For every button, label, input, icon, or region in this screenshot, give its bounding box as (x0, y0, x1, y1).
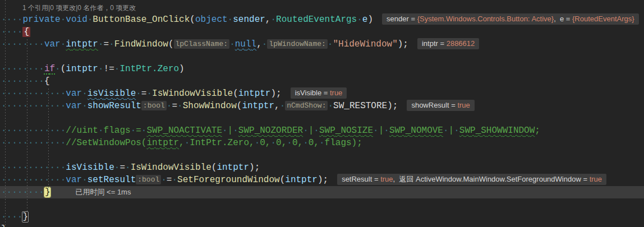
whitespace-dot: · (12, 27, 17, 37)
debug-value: true (380, 175, 393, 183)
code-token: } (1, 224, 7, 227)
leading-whitespace: ············ (1, 101, 66, 111)
whitespace-dot: · (1, 76, 7, 86)
whitespace-dot: · (167, 101, 172, 111)
code-line[interactable]: ····{ (0, 26, 644, 38)
whitespace-dot: · (82, 101, 88, 111)
whitespace-dot: · (17, 126, 23, 136)
code-line[interactable]: ········}已用时间 <= 1ms (0, 186, 644, 198)
code-token: · (82, 175, 88, 185)
code-token: SWP_NOSIZE (319, 126, 373, 136)
code-token: ) (179, 64, 185, 74)
code-line[interactable]: ············var·setResult:bool·=·SetFore… (0, 174, 644, 186)
code-line[interactable]: ········{ (0, 75, 644, 87)
code-token: ( (280, 175, 286, 185)
whitespace-dot: · (55, 64, 61, 74)
code-token: //SetWindowPos( (66, 138, 146, 148)
code-token: ·|· (222, 126, 238, 136)
code-token: ,· (265, 15, 276, 25)
blank-line[interactable] (0, 50, 644, 63)
whitespace-dot: · (1, 138, 7, 148)
whitespace-dot: · (22, 126, 28, 136)
code-line[interactable]: ············isVisible·=·IsWindowVisible(… (0, 161, 644, 174)
code-token: IsWindowVisible (152, 89, 233, 99)
perf-tip[interactable]: 已用时间 <= 1ms (75, 186, 131, 198)
code-line[interactable]: ········if·(intptr·!=·IntPtr.Zero) (0, 63, 644, 75)
leading-whitespace: ···· (1, 27, 22, 37)
code-line[interactable]: ············var·isVisible·=·IsWindowVisi… (0, 87, 644, 100)
whitespace-dot: · (262, 39, 268, 49)
whitespace-dot: · (328, 101, 333, 111)
code-token: · (328, 101, 333, 111)
whitespace-dot: · (12, 175, 17, 185)
code-token: ); (270, 89, 281, 99)
whitespace-dot: · (136, 89, 141, 99)
whitespace-dot: · (34, 39, 39, 49)
code-token: ·( (55, 64, 66, 74)
whitespace-dot: · (34, 101, 39, 111)
code-line[interactable]: ····} (0, 211, 644, 223)
code-token: private (22, 15, 60, 25)
whitespace-dot: · (125, 163, 131, 173)
whitespace-dot: · (172, 175, 177, 185)
leading-whitespace: ···· (1, 212, 22, 222)
whitespace-dot: · (443, 126, 449, 136)
inline-parameter-hint: lpWindowName: (267, 39, 327, 49)
code-editor[interactable]: 1 个引用|0 项更改|0 名作者，0 项更改····private·void·… (0, 0, 644, 227)
code-line[interactable]: ····private·void·ButtonBase_OnClick(obje… (0, 13, 644, 26)
whitespace-dot: · (61, 101, 66, 111)
whitespace-dot: · (303, 138, 309, 148)
whitespace-dot: · (7, 39, 12, 49)
whitespace-dot: · (228, 15, 233, 25)
whitespace-dot: · (61, 175, 66, 185)
whitespace-dot: · (114, 163, 120, 173)
code-token: ( (237, 101, 242, 111)
whitespace-dot: · (55, 101, 61, 111)
code-token: "HideWindow" (333, 39, 397, 49)
code-token: ); (387, 101, 398, 111)
blank-line[interactable] (0, 112, 644, 124)
code-token: e (362, 15, 368, 25)
whitespace-dot: · (55, 126, 61, 136)
whitespace-dot: · (373, 126, 379, 136)
debug-value: true (330, 89, 342, 97)
debug-value: true (590, 175, 602, 183)
debug-label: setResult = (342, 175, 380, 183)
code-token: intptr (66, 39, 98, 49)
code-line[interactable]: ············var·showResult:bool·=·ShowWi… (0, 100, 644, 112)
whitespace-dot: · (233, 126, 238, 136)
whitespace-dot: · (98, 39, 104, 49)
code-token: ·=· (98, 39, 114, 49)
code-token: ) (367, 15, 373, 25)
whitespace-dot: · (114, 64, 120, 74)
whitespace-dot: · (7, 15, 12, 25)
brace-highlight: { (22, 27, 30, 37)
whitespace-dot: · (28, 138, 34, 148)
blank-line[interactable] (0, 198, 644, 211)
whitespace-dot: · (28, 64, 34, 74)
whitespace-dot: · (39, 163, 44, 173)
whitespace-dot: · (12, 163, 17, 173)
code-token: · (61, 39, 66, 49)
code-line[interactable]: ············//uint·flags·=·SWP_NOACTIVAT… (0, 124, 644, 137)
debug-value: {RoutedEventArgs} (572, 15, 634, 23)
whitespace-dot: · (7, 64, 12, 74)
code-line[interactable]: ············//SetWindowPos(intptr,·IntPt… (0, 137, 644, 149)
whitespace-dot: · (61, 163, 66, 173)
debug-value: true (457, 101, 470, 109)
debug-inline-value: sender = {System.Windows.Controls.Button… (382, 13, 639, 25)
whitespace-dot: · (314, 126, 319, 136)
codelens-indicator[interactable]: 1 个引用|0 项更改|0 名作者，0 项更改 (0, 2, 644, 13)
blank-line[interactable] (0, 149, 644, 161)
code-token: · (357, 15, 362, 25)
code-token: ButtonBase_OnClick (93, 15, 190, 25)
whitespace-dot: · (1, 64, 7, 74)
whitespace-dot: · (1, 212, 7, 222)
code-token: isVisible (66, 163, 114, 173)
code-token: ( (190, 15, 195, 25)
code-token: var (66, 175, 82, 185)
code-line[interactable]: ········var·intptr·=·FindWindow(lpClassN… (0, 38, 644, 50)
code-line[interactable]: } (0, 223, 644, 227)
leading-whitespace: ············ (1, 138, 66, 148)
whitespace-dot: · (17, 187, 23, 197)
